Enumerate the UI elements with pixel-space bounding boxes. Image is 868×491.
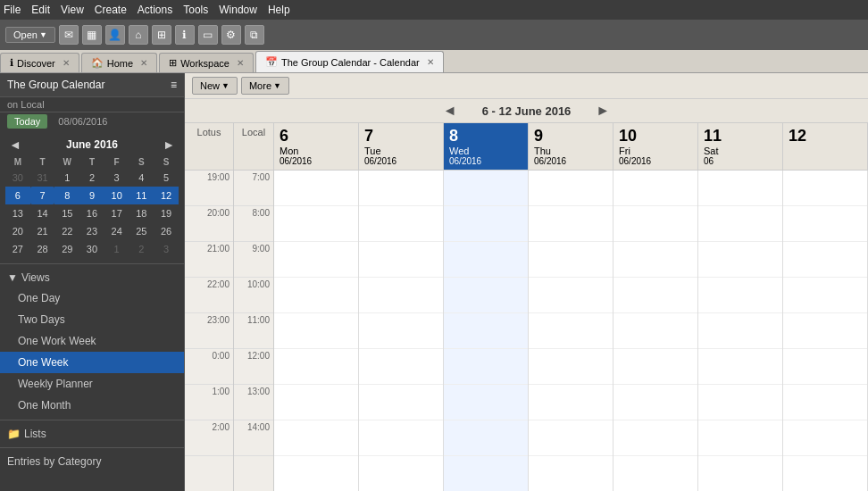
day-time-slot[interactable] xyxy=(613,206,697,242)
day-time-slot[interactable] xyxy=(529,242,613,278)
day-time-slot[interactable] xyxy=(359,349,443,385)
day-time-slot[interactable] xyxy=(783,171,867,206)
views-header[interactable]: ▼ Views xyxy=(0,268,184,287)
day-time-slot[interactable] xyxy=(529,313,613,349)
tab-discover[interactable]: ℹ Discover ✕ xyxy=(0,53,79,72)
mini-cal-day[interactable]: 15 xyxy=(54,204,79,222)
entries-header[interactable]: Entries by Category xyxy=(0,452,184,471)
mini-cal-day[interactable]: 7 xyxy=(30,187,55,204)
day-time-slot[interactable] xyxy=(359,242,443,278)
contacts-icon[interactable]: 👤 xyxy=(105,25,125,45)
mini-cal-day[interactable]: 8 xyxy=(54,187,79,204)
cal-prev-button[interactable]: ◄ xyxy=(436,103,464,119)
tab-group-calendar-close[interactable]: ✕ xyxy=(427,57,434,67)
day-time-slot[interactable] xyxy=(613,278,697,313)
day-time-slot[interactable] xyxy=(529,349,613,385)
mini-cal-day[interactable]: 22 xyxy=(54,222,79,240)
day-time-slot[interactable] xyxy=(274,171,358,206)
sidebar-menu-icon[interactable]: ≡ xyxy=(171,79,177,91)
day-time-slot[interactable] xyxy=(613,313,697,349)
day-time-slot[interactable] xyxy=(359,278,443,313)
calendar-icon[interactable]: ▦ xyxy=(82,25,102,45)
day-time-slot[interactable] xyxy=(444,420,528,456)
day-time-slot[interactable] xyxy=(783,349,867,385)
day-time-slot[interactable] xyxy=(783,206,867,242)
day-time-slot[interactable] xyxy=(698,206,782,242)
sidebar-item-weekly-planner[interactable]: Weekly Planner xyxy=(0,373,184,395)
day-time-slot[interactable] xyxy=(274,278,358,313)
day-time-slot[interactable] xyxy=(444,242,528,278)
day-time-slot[interactable] xyxy=(698,349,782,385)
mini-cal-day[interactable]: 16 xyxy=(79,204,104,222)
menu-file[interactable]: File xyxy=(4,4,21,16)
mini-cal-day[interactable]: 3 xyxy=(104,169,129,187)
mini-cal-day[interactable]: 1 xyxy=(104,240,129,258)
day-time-slot[interactable] xyxy=(613,171,697,206)
mini-cal-day[interactable]: 21 xyxy=(30,222,55,240)
day-time-slot[interactable] xyxy=(274,385,358,420)
day-time-slot[interactable] xyxy=(359,313,443,349)
mini-cal-day[interactable]: 26 xyxy=(154,222,179,240)
day-time-slot[interactable] xyxy=(613,242,697,278)
sidebar-item-one-day[interactable]: One Day xyxy=(0,287,184,309)
day-time-slot[interactable] xyxy=(529,278,613,313)
day-time-slot[interactable] xyxy=(783,242,867,278)
home-icon[interactable]: ⌂ xyxy=(129,25,148,45)
menu-view[interactable]: View xyxy=(61,4,84,16)
calendar-day-col[interactable] xyxy=(613,171,698,491)
menu-window[interactable]: Window xyxy=(219,4,257,16)
mini-cal-next[interactable]: ► xyxy=(159,137,179,152)
lists-header[interactable]: 📁 Lists xyxy=(0,424,184,444)
tab-home-close[interactable]: ✕ xyxy=(140,58,147,68)
tab-group-calendar[interactable]: 📅 The Group Calendar - Calendar ✕ xyxy=(255,51,444,72)
mini-cal-day[interactable]: 25 xyxy=(129,222,154,240)
sidebar-item-one-work-week[interactable]: One Work Week xyxy=(0,330,184,352)
calendar-day-col[interactable] xyxy=(444,171,529,491)
day-time-slot[interactable] xyxy=(698,313,782,349)
day-time-slot[interactable] xyxy=(783,420,867,456)
mini-cal-day[interactable]: 4 xyxy=(129,169,154,187)
day-time-slot[interactable] xyxy=(274,349,358,385)
mini-cal-day[interactable]: 2 xyxy=(79,169,104,187)
tools-icon[interactable]: ⚙ xyxy=(221,25,241,45)
menu-actions[interactable]: Actions xyxy=(138,4,172,16)
mini-cal-day[interactable]: 18 xyxy=(129,204,154,222)
calendar-day-col[interactable] xyxy=(274,171,359,491)
day-time-slot[interactable] xyxy=(613,420,697,456)
day-time-slot[interactable] xyxy=(274,420,358,456)
mail-icon[interactable]: ✉ xyxy=(59,25,79,45)
menu-help[interactable]: Help xyxy=(268,4,290,16)
day-time-slot[interactable] xyxy=(444,349,528,385)
day-time-slot[interactable] xyxy=(529,206,613,242)
day-time-slot[interactable] xyxy=(359,420,443,456)
day-time-slot[interactable] xyxy=(444,313,528,349)
day-time-slot[interactable] xyxy=(698,385,782,420)
day-time-slot[interactable] xyxy=(698,420,782,456)
day-time-slot[interactable] xyxy=(274,313,358,349)
mini-cal-day[interactable]: 14 xyxy=(30,204,55,222)
day-time-slot[interactable] xyxy=(698,278,782,313)
new-button[interactable]: New ▼ xyxy=(192,77,238,95)
day-time-slot[interactable] xyxy=(274,206,358,242)
calendar-day-col[interactable] xyxy=(698,171,783,491)
more-button[interactable]: More ▼ xyxy=(241,77,289,95)
mini-cal-day[interactable]: 31 xyxy=(30,169,55,187)
day-time-slot[interactable] xyxy=(529,385,613,420)
mini-cal-day[interactable]: 19 xyxy=(154,204,179,222)
mini-cal-day[interactable]: 10 xyxy=(104,187,129,204)
mini-cal-day[interactable]: 17 xyxy=(104,204,129,222)
day-time-slot[interactable] xyxy=(359,206,443,242)
tab-discover-close[interactable]: ✕ xyxy=(63,58,70,68)
mini-cal-day[interactable]: 23 xyxy=(79,222,104,240)
mini-cal-day[interactable]: 29 xyxy=(54,240,79,258)
today-button[interactable]: Today xyxy=(7,114,47,129)
mini-cal-day[interactable]: 24 xyxy=(104,222,129,240)
mini-cal-day[interactable]: 13 xyxy=(5,204,30,222)
day-time-slot[interactable] xyxy=(698,242,782,278)
info-icon[interactable]: ℹ xyxy=(175,25,195,45)
menu-edit[interactable]: Edit xyxy=(31,4,50,16)
day-time-slot[interactable] xyxy=(359,171,443,206)
calendar-day-col[interactable] xyxy=(359,171,444,491)
day-time-slot[interactable] xyxy=(444,385,528,420)
day-time-slot[interactable] xyxy=(783,313,867,349)
